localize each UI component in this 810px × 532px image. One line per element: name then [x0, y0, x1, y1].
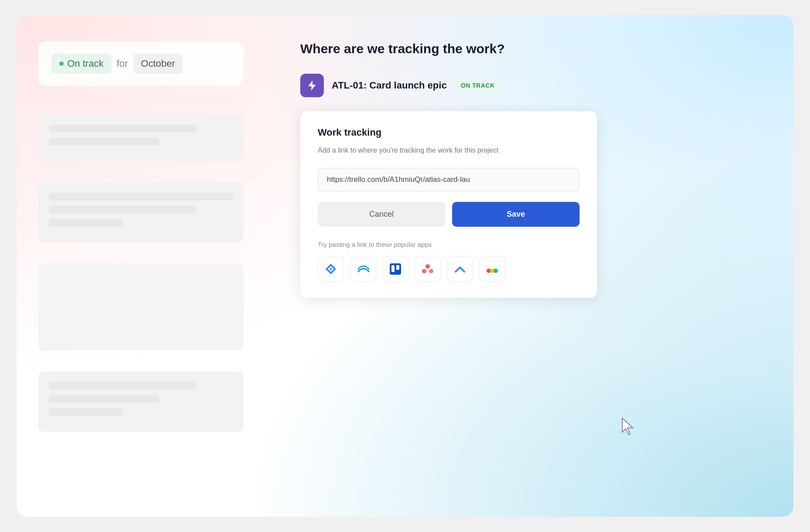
for-label: for [117, 58, 128, 69]
lightning-icon [306, 79, 318, 92]
url-input[interactable] [318, 168, 580, 191]
status-section: On track for October [38, 41, 244, 86]
skeleton-block-3 [38, 263, 244, 351]
app-icon-jira[interactable] [318, 256, 344, 282]
skeleton-line [49, 193, 233, 201]
skeleton-block-1 [38, 114, 244, 161]
svg-rect-3 [390, 263, 401, 275]
skeleton-line [49, 395, 159, 403]
main-card: On track for October [17, 15, 793, 517]
skeleton-line [49, 408, 123, 416]
divider-1 [25, 100, 257, 100]
epic-name: ATL-01: Card launch epic [332, 80, 447, 91]
asana-icon [421, 262, 435, 276]
card-subtitle: Add a link to where you're tracking the … [318, 145, 580, 156]
skeleton-line [49, 382, 196, 390]
cursor-indicator [621, 417, 636, 438]
skeleton-line [49, 138, 159, 146]
epic-row: ATL-01: Card launch epic ON TRACK [300, 74, 767, 97]
status-label: On track [67, 58, 103, 69]
app-icon-clickup[interactable] [447, 256, 473, 282]
left-panel: On track for October [17, 15, 265, 517]
monday-icon [485, 262, 499, 276]
confluence-icon [356, 262, 370, 276]
right-panel: Where are we tracking the work? ATL-01: … [265, 15, 793, 517]
panel-title: Where are we tracking the work? [300, 41, 767, 56]
epic-on-track-badge: ON TRACK [455, 79, 501, 92]
apps-hint: Try pasting a link to these popular apps [318, 241, 580, 248]
skeleton-line [49, 206, 196, 214]
svg-rect-4 [391, 265, 395, 272]
app-icon-monday[interactable] [479, 256, 505, 282]
on-track-badge[interactable]: On track [51, 54, 111, 74]
month-label: October [141, 58, 175, 69]
status-row: On track for October [51, 54, 230, 74]
app-icon-confluence[interactable] [350, 256, 376, 282]
svg-rect-5 [396, 265, 399, 270]
jira-icon [324, 262, 338, 276]
work-tracking-card: Work tracking Add a link to where you're… [300, 111, 597, 298]
app-icon-trello[interactable] [382, 256, 408, 282]
epic-icon [300, 74, 324, 97]
month-badge[interactable]: October [133, 54, 183, 74]
svg-point-7 [422, 269, 426, 273]
save-button[interactable]: Save [452, 202, 580, 227]
skeleton-line [49, 125, 196, 133]
cursor-icon [621, 417, 636, 437]
cancel-button[interactable]: Cancel [318, 202, 445, 227]
button-row: Cancel Save [318, 202, 580, 227]
app-icons-row [318, 256, 580, 282]
svg-point-8 [429, 269, 433, 273]
app-icon-asana[interactable] [415, 256, 441, 282]
skeleton-block-2 [38, 182, 244, 242]
skeleton-line [49, 219, 123, 227]
svg-point-6 [426, 264, 430, 269]
svg-point-11 [494, 269, 498, 273]
skeleton-block-4 [38, 372, 244, 432]
trello-icon [388, 262, 402, 276]
clickup-icon [453, 262, 467, 276]
card-title: Work tracking [318, 127, 580, 138]
status-dot [59, 61, 64, 66]
